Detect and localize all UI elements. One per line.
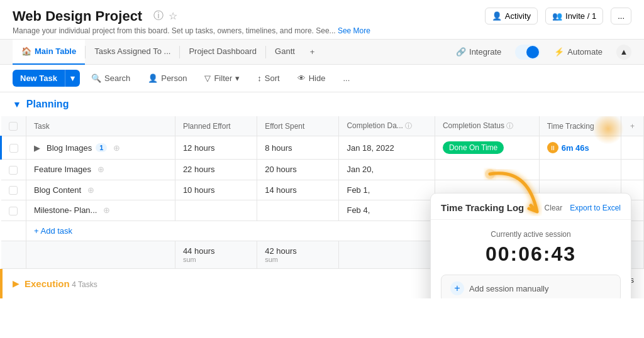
popup-body: Currently active session 00:06:43 + Add … [431, 220, 631, 298]
person-button[interactable]: 👤 Person [142, 70, 193, 86]
hide-button[interactable]: 👁 Hide [291, 70, 332, 86]
new-task-label: New Task [13, 70, 65, 87]
table-header-row: Task Planned Effort Effort Spent Complet… [1, 116, 644, 136]
task-cell-3: Blog Content ⊕ [26, 180, 175, 200]
add-session-icon: + [450, 281, 464, 295]
info-icon[interactable]: ⓘ [153, 9, 164, 23]
col-completion-date: Completion Da... ⓘ [339, 116, 435, 136]
execution-subtitle: 4 Tasks [72, 280, 97, 289]
automate-button[interactable]: ⚡ Automate [548, 45, 609, 59]
toggle-switch[interactable] [515, 45, 540, 60]
row-checkbox-4[interactable] [1, 200, 26, 221]
add-tab-button[interactable]: + [304, 47, 321, 57]
row-add-1 [621, 136, 644, 160]
table-row: ▶ Blog Images 1 ⊕ 12 hours 8 hours Jan 1… [1, 136, 644, 160]
person-icon: 👤 [148, 74, 158, 83]
info-icon-status: ⓘ [506, 122, 513, 129]
add-subtask-icon-1[interactable]: ⊕ [113, 143, 120, 153]
see-more-link[interactable]: See More [338, 26, 370, 35]
search-icon: 🔍 [91, 74, 101, 83]
title-icons: ⓘ ☆ [153, 9, 177, 23]
activity-button[interactable]: 👤 Activity [485, 8, 538, 25]
main-content: ▼ Planning Task Planned Effort Effort Sp… [0, 92, 644, 298]
filter-button[interactable]: ▽ Filter ▾ [198, 70, 246, 86]
collapse-button[interactable]: ▲ [616, 45, 631, 60]
sum-spent: 42 hours sum [257, 241, 339, 268]
new-task-button[interactable]: New Task ▾ [13, 70, 80, 87]
execution-title: Execution [25, 278, 70, 289]
add-task-check [1, 221, 26, 241]
invite-button[interactable]: 👥 Invite / 1 [545, 8, 603, 25]
sum-spent-label: sum [265, 256, 331, 263]
add-subtask-icon-3[interactable]: ⊕ [87, 185, 94, 195]
spent-4 [257, 200, 339, 221]
spent-2: 20 hours [257, 160, 339, 180]
col-task: Task [26, 116, 175, 136]
row-checkbox-1[interactable] [1, 136, 26, 160]
header-checkbox[interactable] [9, 122, 18, 131]
title-group: Web Design Project ⓘ ☆ [13, 8, 177, 25]
add-subtask-icon-2[interactable]: ⊕ [97, 165, 104, 174]
row-checkbox-3[interactable] [1, 180, 26, 200]
spent-3: 14 hours [257, 180, 339, 200]
status-1: Done On Time [435, 136, 539, 160]
sort-button[interactable]: ↕ Sort [251, 70, 286, 86]
date-4: Feb 4, [339, 200, 435, 221]
spent-1: 8 hours [257, 136, 339, 160]
time-value-1: 6m 46s [562, 143, 589, 153]
expand-arrow-1[interactable]: ▶ [34, 143, 40, 153]
date-1: Jan 18, 2022 [339, 136, 435, 160]
table-row: Feature Images ⊕ 22 hours 20 hours Jan 2… [1, 160, 644, 180]
task-cell-4: Milestone- Plan... ⊕ [26, 200, 175, 221]
planning-chevron[interactable]: ▼ [13, 99, 21, 109]
task-badge-1: 1 [96, 143, 107, 152]
col-time-tracking: Time Tracking [539, 116, 621, 136]
add-session-button[interactable]: + Add session manually [441, 275, 621, 298]
row-add-2 [621, 160, 644, 180]
popup-clear-button[interactable]: Clear [545, 204, 563, 212]
task-name-2: Feature Images ⊕ [34, 165, 167, 174]
invite-label: Invite / 1 [565, 11, 596, 21]
new-task-dropdown-arrow[interactable]: ▾ [65, 70, 80, 87]
task-name-4: Milestone- Plan... ⊕ [34, 205, 167, 215]
task-name-3: Blog Content ⊕ [34, 185, 167, 195]
activity-icon: 👤 [492, 11, 502, 21]
top-header: Web Design Project ⓘ ☆ 👤 Activity 👥 Invi… [0, 0, 644, 40]
row-checkbox-2[interactable] [1, 160, 26, 180]
activity-label: Activity [505, 11, 531, 21]
col-planned: Planned Effort [175, 116, 257, 136]
add-subtask-icon-4[interactable]: ⊕ [103, 205, 110, 215]
sum-check [1, 241, 26, 268]
timer-display: 00:06:43 [441, 243, 621, 266]
toolbar: New Task ▾ 🔍 Search 👤 Person ▽ Filter ▾ … [0, 65, 644, 92]
project-title-row: Web Design Project ⓘ ☆ 👤 Activity 👥 Invi… [13, 8, 631, 25]
execution-chevron[interactable]: ▶ [13, 278, 19, 288]
tab-tasks-assigned[interactable]: Tasks Assigned To ... [86, 40, 179, 65]
popup-actions: Clear Export to Excel [545, 204, 621, 212]
tab-main-table[interactable]: 🏠 Main Table [13, 40, 85, 65]
planned-4 [175, 200, 257, 221]
popup-header: Time Tracking Log Clear Export to Excel [431, 194, 631, 220]
tab-bar: 🏠 Main Table Tasks Assigned To ... Proje… [0, 40, 644, 65]
star-icon[interactable]: ☆ [169, 10, 177, 22]
integrate-icon: 🔗 [456, 47, 466, 57]
pause-button-1[interactable]: ⏸ [547, 142, 558, 153]
filter-dropdown-arrow: ▾ [235, 74, 240, 83]
popup-export-button[interactable]: Export to Excel [570, 204, 621, 212]
status-2 [435, 160, 539, 180]
date-2: Jan 20, [339, 160, 435, 180]
more-options-button[interactable]: ... [611, 8, 631, 25]
col-add[interactable]: + [621, 116, 644, 136]
execution-title-group: Execution 4 Tasks [25, 278, 97, 289]
planning-title: Planning [26, 99, 69, 110]
tab-project-dashboard[interactable]: Project Dashboard [180, 40, 265, 65]
project-subtitle: Manage your individual project from this… [13, 26, 631, 35]
status-pill-1: Done On Time [443, 141, 504, 154]
col-spent: Effort Spent [257, 116, 339, 136]
integrate-button[interactable]: 🔗 Integrate [450, 45, 508, 59]
more-toolbar-button[interactable]: ... [336, 70, 356, 86]
tab-gantt[interactable]: Gantt [266, 40, 304, 65]
search-button[interactable]: 🔍 Search [85, 70, 136, 86]
time-tracking-1: ⏸ 6m 46s [539, 136, 621, 160]
more-icon: ... [618, 11, 625, 21]
